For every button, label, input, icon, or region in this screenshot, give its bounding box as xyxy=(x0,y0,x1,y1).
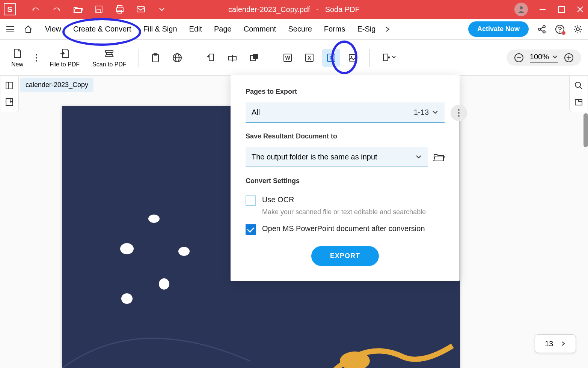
merge-icon[interactable] xyxy=(202,49,220,67)
panel-more-icon[interactable] xyxy=(451,105,467,121)
svg-point-49 xyxy=(458,109,460,111)
menubar: View Create & Convert Fill & Sign Edit P… xyxy=(0,19,588,40)
svg-rect-35 xyxy=(349,54,357,61)
tool-new[interactable]: New xyxy=(7,45,28,70)
zoom-in-icon[interactable] xyxy=(564,53,574,63)
svg-point-14 xyxy=(576,28,579,31)
ocr-label: Use OCR xyxy=(262,195,294,204)
clipboard-icon[interactable] xyxy=(146,49,164,67)
home-icon[interactable] xyxy=(23,24,33,34)
panel-bookmark-icon[interactable] xyxy=(5,98,14,107)
hamburger-icon[interactable] xyxy=(5,24,15,34)
menu-page[interactable]: Page xyxy=(210,23,235,36)
menu-secure[interactable]: Secure xyxy=(284,23,315,36)
zoom-control: 100% xyxy=(507,50,581,66)
account-icon[interactable] xyxy=(514,3,528,16)
svg-point-9 xyxy=(543,26,545,28)
page-indicator[interactable]: 13 xyxy=(535,334,576,353)
menu-create-convert[interactable]: Create & Convert xyxy=(69,23,135,36)
svg-point-50 xyxy=(458,112,460,114)
web-icon[interactable] xyxy=(168,49,186,67)
tab-icon[interactable] xyxy=(574,98,583,107)
search-icon[interactable] xyxy=(574,81,583,90)
open-icon[interactable] xyxy=(73,5,83,14)
tool-file-to-pdf[interactable]: File to PDF xyxy=(45,45,84,70)
svg-text:W: W xyxy=(285,55,290,61)
titlebar: S calender-2023_Copy.pdf - Soda PDF xyxy=(0,0,588,19)
menu-comment[interactable]: Comment xyxy=(240,23,280,36)
save-icon[interactable] xyxy=(94,5,104,14)
left-rail xyxy=(0,76,19,112)
pages-export-label: Pages to Export xyxy=(246,88,445,96)
help-icon[interactable] xyxy=(555,24,565,34)
svg-point-15 xyxy=(36,54,37,56)
browse-folder-icon[interactable] xyxy=(433,152,445,162)
svg-rect-18 xyxy=(106,50,113,53)
activate-button[interactable]: Activate Now xyxy=(468,21,529,37)
open-after-label: Open MS PowerPoint document after conver… xyxy=(262,224,425,233)
app-logo: S xyxy=(4,3,16,15)
panel-thumb-icon[interactable] xyxy=(5,81,14,90)
maximize-icon[interactable] xyxy=(557,5,565,14)
window-title: calender-2023_Copy.pdf - Soda PDF xyxy=(228,5,360,14)
open-after-checkbox[interactable] xyxy=(246,224,256,235)
convert-settings-label: Convert Settings xyxy=(246,177,445,185)
svg-rect-28 xyxy=(253,54,258,59)
svg-point-10 xyxy=(538,28,541,30)
menu-more-icon[interactable] xyxy=(384,26,391,33)
menu-edit[interactable]: Edit xyxy=(185,23,206,36)
svg-point-17 xyxy=(36,60,37,62)
menu-esign[interactable]: E-Sig xyxy=(353,23,379,36)
pages-select[interactable]: All 1-13 xyxy=(246,102,445,123)
svg-point-36 xyxy=(351,56,352,57)
svg-text:P: P xyxy=(329,55,333,61)
svg-point-45 xyxy=(575,82,580,87)
to-excel-icon[interactable]: X xyxy=(300,49,318,67)
convert-icon[interactable] xyxy=(377,49,400,67)
svg-rect-1 xyxy=(97,10,101,13)
svg-point-6 xyxy=(520,6,523,9)
svg-rect-42 xyxy=(6,82,13,89)
output-folder-select[interactable]: The output folder is the same as input xyxy=(246,147,428,167)
doc-name: calender-2023_Copy.pdf xyxy=(228,5,310,14)
copy-icon[interactable] xyxy=(245,49,263,67)
undo-icon[interactable] xyxy=(31,5,41,14)
close-icon[interactable] xyxy=(576,5,584,14)
settings-icon[interactable] xyxy=(573,24,583,34)
redo-icon[interactable] xyxy=(52,5,62,14)
menu-view[interactable]: View xyxy=(41,23,65,36)
more-icon[interactable] xyxy=(32,50,41,66)
to-image-icon[interactable] xyxy=(344,49,362,67)
ocr-checkbox[interactable] xyxy=(246,195,256,206)
to-word-icon[interactable]: W xyxy=(279,49,297,67)
print-icon[interactable] xyxy=(115,5,125,14)
export-panel: Pages to Export All 1-13 Save Resultant … xyxy=(231,75,460,281)
tool-scan-to-pdf[interactable]: Scan to PDF xyxy=(88,45,131,70)
menu-forms[interactable]: Forms xyxy=(320,23,349,36)
minimize-icon[interactable] xyxy=(538,5,547,14)
document-tab[interactable]: calender-2023_Copy xyxy=(20,78,93,92)
svg-point-13 xyxy=(559,31,561,32)
svg-line-46 xyxy=(580,87,582,89)
to-powerpoint-icon[interactable]: P xyxy=(322,49,340,67)
svg-rect-5 xyxy=(137,7,145,12)
svg-text:X: X xyxy=(308,55,311,61)
mail-icon[interactable] xyxy=(136,5,146,14)
chevron-down-icon[interactable] xyxy=(157,5,167,14)
app-name: Soda PDF xyxy=(325,5,360,14)
scrollbar[interactable] xyxy=(583,113,588,147)
svg-point-51 xyxy=(458,115,460,117)
ocr-description: Make your scanned file or text editable … xyxy=(262,208,445,216)
svg-point-11 xyxy=(543,31,545,33)
svg-point-16 xyxy=(36,57,37,59)
split-icon[interactable] xyxy=(223,49,241,67)
zoom-out-icon[interactable] xyxy=(514,53,524,63)
svg-rect-8 xyxy=(558,6,564,12)
right-rail xyxy=(569,76,588,112)
export-button[interactable]: EXPORT xyxy=(311,246,379,266)
toolbar: New File to PDF Scan to PDF W X P 100% xyxy=(0,40,588,76)
menu-fill-sign[interactable]: Fill & Sign xyxy=(140,23,181,36)
save-to-label: Save Resultant Document to xyxy=(246,132,445,140)
share-icon[interactable] xyxy=(537,24,547,34)
zoom-select[interactable]: 100% xyxy=(530,53,558,63)
